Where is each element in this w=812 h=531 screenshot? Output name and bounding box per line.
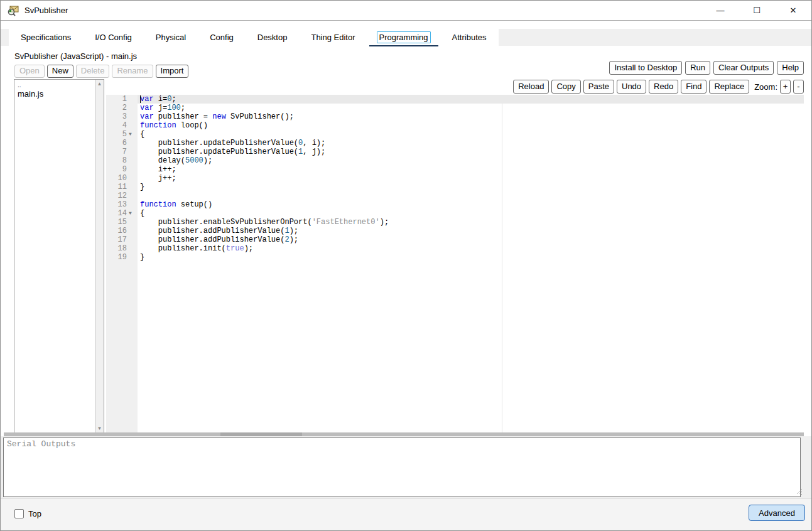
code-line-17: publisher.addPublisherValue(2); — [138, 235, 804, 244]
gutter-line-5: 5▼ — [106, 130, 138, 139]
run-button[interactable]: Run — [685, 61, 710, 75]
gutter-line-9: 9 — [106, 165, 138, 174]
top-checkbox[interactable] — [14, 509, 24, 518]
paste-button[interactable]: Paste — [583, 80, 614, 94]
tab-programming[interactable]: Programming — [367, 29, 440, 46]
tab-specifications[interactable]: Specifications — [9, 29, 83, 46]
undo-button[interactable]: Undo — [617, 80, 646, 94]
code-line-19: } — [138, 253, 804, 262]
import-button[interactable]: Import — [156, 65, 189, 78]
code-line-13: function setup() — [138, 200, 804, 209]
tab-label: Config — [207, 31, 236, 43]
code-line-1: var i=0; — [138, 95, 804, 104]
tab-thing-editor[interactable]: Thing Editor — [299, 29, 367, 46]
open-button[interactable]: Open — [14, 65, 45, 78]
copy-button[interactable]: Copy — [551, 80, 580, 94]
gutter-line-13: 13 — [106, 200, 138, 209]
programming-header: SvPublisher (JavaScript) - main.js OpenN… — [1, 46, 811, 79]
scroll-up-icon[interactable]: ▲ — [97, 80, 102, 88]
file-list-scrollbar[interactable]: ▲ ▼ — [95, 80, 104, 433]
tab-desktop[interactable]: Desktop — [246, 29, 300, 46]
code-line-6: publisher.updatePublisherValue(0, i); — [138, 139, 804, 148]
code-line-10: j++; — [138, 174, 804, 183]
clear-outputs-button[interactable]: Clear Outputs — [713, 61, 774, 75]
gutter-line-8: 8 — [106, 156, 138, 165]
gutter-line-10: 10 — [106, 174, 138, 183]
gutter-line-17: 17 — [106, 235, 138, 244]
delete-button[interactable]: Delete — [76, 65, 110, 78]
tab-list: SpecificationsI/O ConfigPhysicalConfigDe… — [9, 29, 499, 46]
script-title: SvPublisher (JavaScript) - main.js — [14, 51, 137, 61]
code-line-14: { — [138, 209, 804, 218]
tab-bar: SpecificationsI/O ConfigPhysicalConfigDe… — [1, 29, 811, 46]
gutter-line-12: 12 — [106, 191, 138, 200]
code-line-5: { — [138, 130, 804, 139]
tab-config[interactable]: Config — [198, 29, 246, 46]
file-item-main-js[interactable]: main.js — [15, 88, 94, 99]
editor-gutter: 12345▼67891011121314▼1516171819 — [106, 95, 138, 432]
gutter-line-4: 4 — [106, 121, 138, 130]
rename-button[interactable]: Rename — [112, 65, 153, 78]
zoom-in-button[interactable]: + — [780, 80, 791, 94]
gutter-line-7: 7 — [106, 148, 138, 156]
code-line-3: var publisher = new SvPublisher(); — [138, 112, 804, 121]
top-checkbox-label: Top — [28, 509, 41, 518]
find-button[interactable]: Find — [681, 80, 706, 94]
code-line-7: publisher.updatePublisherValue(1, j); — [138, 148, 804, 156]
fold-icon[interactable]: ▼ — [129, 209, 138, 218]
action-toolbar: Install to DesktopRunClear OutputsHelp — [609, 61, 804, 75]
code-line-9: i++; — [138, 165, 804, 174]
tab-label: Thing Editor — [308, 31, 357, 43]
redo-button[interactable]: Redo — [649, 80, 678, 94]
gutter-line-2: 2 — [106, 104, 138, 112]
code-line-4: function loop() — [138, 121, 804, 130]
serial-outputs-textarea[interactable] — [3, 437, 801, 497]
text-cursor — [140, 95, 141, 103]
gutter-line-1: 1 — [106, 95, 138, 104]
file-item-parent-dir[interactable]: .. — [15, 80, 94, 88]
tab-physical[interactable]: Physical — [144, 29, 198, 46]
gutter-line-16: 16 — [106, 227, 138, 235]
tab-label: Desktop — [255, 31, 290, 43]
code-line-11: } — [138, 183, 804, 191]
file-list-panel: ..main.js ▲ ▼ — [14, 79, 104, 434]
tab-label: Physical — [153, 31, 188, 43]
serial-output-section — [1, 436, 811, 500]
code-line-2: var j=100; — [138, 104, 804, 112]
code-line-16: publisher.addPublisherValue(1); — [138, 227, 804, 235]
top-checkbox-group: Top — [14, 509, 41, 518]
svpublisher-window: { "window": { "title": "SvPublisher", "c… — [0, 0, 812, 531]
code-line-12 — [138, 191, 804, 200]
file-toolbar: OpenNewDeleteRenameImport — [14, 65, 188, 78]
minimize-button[interactable]: — — [702, 1, 739, 20]
code-line-15: publisher.enableSvPublisherOnPort('FastE… — [138, 218, 804, 227]
tab-label: Specifications — [18, 31, 73, 43]
editor-toolbar: ReloadCopyPasteUndoRedoFindReplace Zoom:… — [513, 80, 804, 94]
gutter-line-15: 15 — [106, 218, 138, 227]
footer-bar: Top Advanced — [1, 498, 811, 530]
gutter-line-3: 3 — [106, 112, 138, 121]
fold-icon[interactable]: ▼ — [129, 130, 138, 139]
reload-button[interactable]: Reload — [513, 80, 549, 94]
gutter-line-14: 14▼ — [106, 209, 138, 218]
code-line-8: delay(5000); — [138, 156, 804, 165]
close-button[interactable]: ✕ — [775, 1, 811, 20]
scroll-down-icon[interactable]: ▼ — [97, 424, 102, 433]
editor-code-area[interactable]: var i=0;var j=100;var publisher = new Sv… — [138, 95, 804, 432]
tab-label: Programming — [377, 31, 431, 43]
zoom-out-button[interactable]: - — [793, 80, 804, 94]
tab-i-o-config[interactable]: I/O Config — [83, 29, 144, 46]
file-list: ..main.js — [15, 80, 94, 99]
gutter-line-18: 18 — [106, 244, 138, 253]
tab-attributes[interactable]: Attributes — [440, 29, 499, 46]
tab-label: Attributes — [450, 31, 489, 43]
code-editor[interactable]: 12345▼67891011121314▼1516171819 var i=0;… — [106, 95, 804, 432]
replace-button[interactable]: Replace — [709, 80, 749, 94]
tab-label: I/O Config — [92, 31, 134, 43]
code-line-18: publisher.init(true); — [138, 244, 804, 253]
new-button[interactable]: New — [47, 65, 73, 78]
help-button[interactable]: Help — [777, 61, 804, 75]
maximize-button[interactable]: ☐ — [739, 1, 775, 20]
install-to-desktop-button[interactable]: Install to Desktop — [609, 61, 682, 75]
advanced-button[interactable]: Advanced — [749, 505, 805, 521]
